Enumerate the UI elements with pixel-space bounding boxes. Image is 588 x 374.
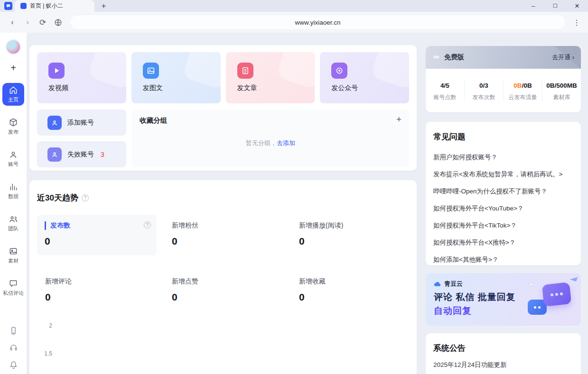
url-bar[interactable]: www.yixiaoer.cn <box>70 15 565 29</box>
stat-value: 0 <box>45 292 164 303</box>
document-icon <box>237 63 253 79</box>
sidebar-item-data[interactable]: 数据 <box>2 180 24 202</box>
chart-icon <box>9 182 18 192</box>
plan-header: 免费版 去开通 › <box>426 46 581 69</box>
plan-stat-material-library: 0B/500MB 素材库 <box>542 80 581 101</box>
faq-item[interactable]: 如何授权海外平台<TikTok>？ <box>433 217 573 234</box>
brand-logo: 青豆云 <box>434 280 463 288</box>
publish-article-button[interactable]: 发文章 <box>226 52 315 103</box>
sidebar-item-home[interactable]: 主页 <box>2 83 24 106</box>
announcement-title: 系统公告 <box>433 343 573 354</box>
sidebar-item-materials[interactable]: 素材 <box>2 244 24 267</box>
sidebar-item-publish[interactable]: 发布 <box>2 115 24 138</box>
bell-icon[interactable] <box>9 360 18 369</box>
new-tab-button[interactable]: + <box>99 1 109 11</box>
globe-icon[interactable] <box>51 16 65 29</box>
stat-label: 新增评论 <box>45 277 164 286</box>
maximize-button[interactable]: ☐ <box>544 0 566 12</box>
plan-card: 免费版 去开通 › 4/5 账号点数 0/3 发布次数 0B/ <box>426 46 581 112</box>
stat-label: 新增点赞 <box>172 277 291 286</box>
publish-video-button[interactable]: 发视频 <box>37 52 126 103</box>
image-icon <box>143 63 159 79</box>
quick-action-label: 发公众号 <box>331 84 409 92</box>
close-button[interactable]: ✕ <box>566 0 588 12</box>
plan-stat-label: 发布次数 <box>465 93 503 101</box>
menu-dots-icon[interactable]: ⋮ <box>571 18 582 27</box>
favorites-empty-state: 暂无分组，去添加 <box>132 139 409 147</box>
plan-stat-label: 云发布流量 <box>504 93 542 101</box>
help-icon[interactable]: ? <box>82 194 89 201</box>
invalid-account-label: 失效账号 <box>67 150 94 159</box>
add-group-button[interactable]: + <box>396 114 401 125</box>
stat-value: 0 <box>299 236 409 247</box>
phone-icon[interactable] <box>9 326 18 335</box>
faq-item[interactable]: 如何授权海外平台<X推特>？ <box>433 234 573 251</box>
plan-stat-publish-times: 0/3 发布次数 <box>464 80 503 101</box>
browser-navbar: ‹ › ⟳ www.yixiaoer.cn ⋮ <box>0 12 588 33</box>
titlebar: 首页 | 蚁小二 + ─ ☐ ✕ <box>0 0 588 12</box>
sidebar-item-messages[interactable]: 私信评论 <box>2 276 24 299</box>
page-content: 发视频 发图文 发文章 <box>27 33 588 374</box>
box-icon <box>9 118 18 127</box>
sidebar-item-team[interactable]: 团队 <box>2 212 24 235</box>
upgrade-link[interactable]: 去开通 › <box>552 53 574 62</box>
sidebar-item-label: 数据 <box>8 193 19 200</box>
quick-action-label: 发视频 <box>48 84 126 92</box>
promo-banner[interactable]: 青豆云 评论 私信 批量回复 自动回复 ✦ <box>426 273 581 326</box>
favorites-group-panel: 收藏分组 + 暂无分组，去添加 <box>132 109 409 167</box>
faq-item[interactable]: 新用户如何授权账号？ <box>433 149 573 166</box>
faq-card: 常见问题 新用户如何授权账号？ 发布提示<发布系统短暂异常，请稍后再试。> 哔哩… <box>426 122 581 265</box>
quick-actions-card: 发视频 发图文 发文章 <box>29 45 417 171</box>
plan-stat-value: 4/5 <box>440 82 449 89</box>
invalid-account-icon <box>47 147 62 162</box>
sidebar-item-label: 团队 <box>8 225 19 232</box>
empty-text: 暂无分组， <box>246 139 277 146</box>
plan-stat-label: 素材库 <box>542 93 581 101</box>
refresh-icon[interactable]: ⟳ <box>36 16 49 29</box>
faq-item[interactable]: 如何添加<其他账号>？ <box>433 251 573 268</box>
avatar[interactable] <box>6 39 21 55</box>
crown-icon <box>432 53 440 63</box>
go-add-link[interactable]: 去添加 <box>277 139 295 146</box>
window-controls: ─ ☐ ✕ <box>523 0 588 12</box>
stat-label: 新增播放(阅读) <box>299 221 409 230</box>
quick-action-label: 发文章 <box>237 84 315 92</box>
browser-tab[interactable]: 首页 | 蚁小二 <box>15 0 94 12</box>
stat-new-favorites[interactable]: 新增收藏 0 <box>291 271 409 303</box>
sidebar-bottom <box>0 326 27 369</box>
invalid-account-button[interactable]: 失效账号 3 <box>37 141 126 167</box>
faq-item[interactable]: 发布提示<发布系统短暂异常，请稍后再试。> <box>433 166 573 183</box>
announcement-card: 系统公告 2025年12月24日功能更新 <box>426 333 581 374</box>
publish-official-account-button[interactable]: 发公众号 <box>320 52 409 103</box>
faq-item[interactable]: 哔哩哔哩-Open为什么授权不了新账号？ <box>433 183 573 200</box>
stat-value: 0 <box>172 236 291 247</box>
person-icon <box>9 150 18 159</box>
back-icon[interactable]: ‹ <box>6 16 19 29</box>
video-play-icon <box>48 63 65 79</box>
stat-new-likes[interactable]: 新增点赞 0 <box>164 271 291 303</box>
sidebar-add-button[interactable]: + <box>10 62 16 73</box>
publish-image-text-button[interactable]: 发图文 <box>131 52 221 103</box>
plan-stat-value: 0/3 <box>479 82 488 89</box>
y-axis-tick: 2 <box>36 322 52 329</box>
team-icon <box>9 214 18 224</box>
image-icon <box>9 246 18 256</box>
chat-bubble-icon <box>542 282 571 307</box>
headset-icon[interactable] <box>9 343 18 352</box>
help-icon[interactable]: ? <box>144 221 151 228</box>
forward-icon[interactable]: › <box>21 16 34 29</box>
stat-new-comments[interactable]: 新增评论 0 <box>37 271 164 303</box>
announcement-item[interactable]: 2025年12月24日功能更新 <box>433 361 573 369</box>
plan-stat-value: 0B/500MB <box>546 82 577 89</box>
plan-stat-cloud-traffic: 0B/0B 云发布流量 <box>503 80 542 101</box>
sidebar-item-label: 素材 <box>8 257 19 265</box>
add-account-button[interactable]: 添加账号 <box>37 109 126 136</box>
stat-new-plays[interactable]: 新增播放(阅读) 0 <box>291 215 409 255</box>
app-logo-icon <box>4 2 12 10</box>
plan-stat-value: 0B <box>513 82 522 89</box>
stat-new-fans[interactable]: 新增粉丝 0 <box>164 215 291 255</box>
minimize-button[interactable]: ─ <box>523 0 544 12</box>
stat-publish-count[interactable]: 发布数 ? 0 <box>37 215 157 255</box>
sidebar-item-accounts[interactable]: 账号 <box>2 147 24 170</box>
faq-item[interactable]: 如何授权海外平台<YouTube>？ <box>433 200 573 217</box>
